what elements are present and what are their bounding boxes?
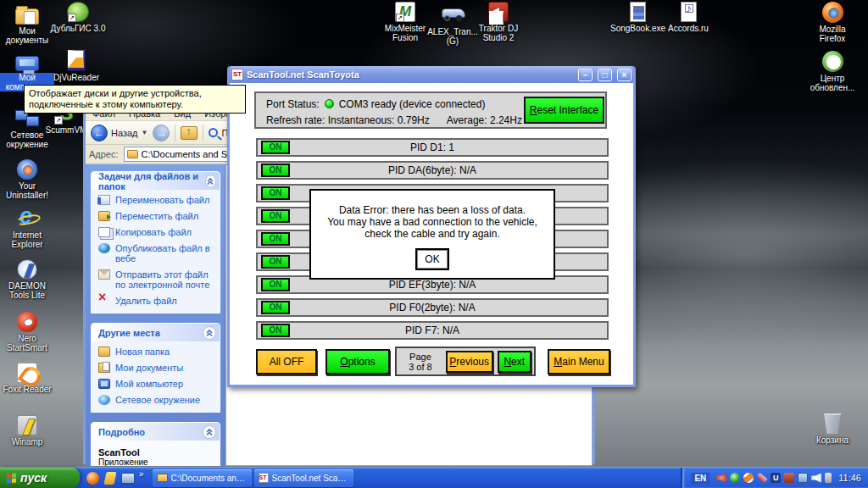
port-status-led — [325, 99, 334, 108]
pid-on-button[interactable]: ON — [261, 232, 290, 246]
place-my-documents[interactable]: Мои документы — [98, 363, 216, 373]
desktop-icon-foxit[interactable]: Foxit Reader — [0, 363, 54, 394]
my-computer-tooltip: Отображает диски и другие устройства, по… — [24, 85, 246, 114]
show-desktop-icon[interactable] — [121, 473, 135, 484]
desktop-icon-nero[interactable]: Nero StartSmart — [0, 312, 54, 352]
chevron-double-up-icon[interactable] — [205, 175, 217, 188]
pid-on-button[interactable]: ON — [261, 278, 290, 291]
windows-flag-icon — [7, 473, 16, 483]
pid-on-button[interactable]: ON — [261, 255, 290, 269]
pid-row: ON PID D1: 1 — [256, 138, 609, 157]
maximize-button[interactable] — [598, 69, 612, 81]
language-indicator[interactable]: EN — [691, 473, 709, 484]
winamp-quicklaunch-icon[interactable] — [103, 472, 116, 485]
desktop-icon-firefox[interactable]: Mozilla Firefox — [805, 2, 860, 43]
task-button-scantool[interactable]: ScanTool.net ScanTo... — [254, 469, 353, 487]
desktop-icon-internet-explorer[interactable]: Internet Explorer — [0, 208, 54, 249]
pid-on-button[interactable]: ON — [261, 164, 290, 177]
desktop-icon-update-center[interactable]: Центр обновлен... — [805, 51, 860, 92]
task-label: Переместить файл — [115, 211, 198, 221]
desktop-icon-label: Мои документы — [0, 26, 54, 45]
desktop-icon-songbook[interactable]: SongBook.exe — [610, 2, 665, 33]
chevron-double-up-icon[interactable] — [203, 425, 216, 439]
back-icon — [91, 125, 108, 141]
start-button[interactable]: пуск — [0, 468, 80, 488]
delete-icon — [98, 296, 110, 306]
pid-label: PID EF(3byte): N/A — [290, 279, 575, 291]
place-network[interactable]: Сетевое окружение — [98, 395, 216, 405]
reset-interface-button[interactable]: Reset Interface — [524, 97, 604, 124]
back-button[interactable]: Назад ▼ — [91, 125, 147, 141]
back-dropdown-icon[interactable]: ▼ — [142, 129, 148, 136]
pid-on-button[interactable]: ON — [261, 141, 290, 154]
task-label: Удалить файл — [115, 296, 177, 306]
tray-utorrent-icon[interactable] — [771, 473, 781, 483]
error-line-3: check the cable and try again. — [311, 228, 554, 240]
scantool-titlebar[interactable]: ScanTool.net ScanToyota — [230, 66, 633, 83]
options-button[interactable]: Options — [326, 349, 390, 374]
forward-button[interactable] — [153, 125, 170, 141]
desktop-icon-dublgis[interactable]: ДубльГИС 3.0 — [47, 2, 108, 33]
desktop-icon-accords[interactable]: Accords.ru — [661, 2, 715, 33]
desktop-icon-your-uninstaller[interactable]: Your Uninstaller! — [0, 159, 54, 200]
pid-on-button[interactable]: ON — [261, 324, 290, 337]
desktop-icon-traktor[interactable]: Traktor DJ Studio 2 — [471, 2, 526, 42]
pid-on-button[interactable]: ON — [261, 301, 290, 314]
close-button[interactable] — [617, 69, 632, 81]
place-new-folder[interactable]: Новая папка — [98, 347, 216, 357]
tray-red-box-icon[interactable] — [784, 473, 794, 483]
songbook-icon — [630, 2, 646, 22]
task-label: Опубликовать файл в вебе — [115, 243, 216, 263]
desktop-icon-label: Winamp — [0, 437, 54, 446]
port-status-label: Port Status: — [266, 98, 320, 110]
desktop-icon-winamp[interactable]: Winamp — [0, 415, 54, 446]
next-button[interactable]: Next — [498, 351, 531, 373]
up-button[interactable] — [181, 126, 198, 140]
task-rename-file[interactable]: Переименовать файл — [98, 195, 216, 205]
ok-button[interactable]: OK — [415, 248, 449, 270]
place-my-computer[interactable]: Мой компьютер — [98, 379, 216, 389]
firefox-quicklaunch-icon[interactable] — [86, 472, 99, 485]
rename-icon — [98, 195, 110, 205]
chevron-double-up-icon[interactable] — [203, 326, 216, 340]
internet-explorer-icon — [15, 208, 39, 229]
pid-on-button[interactable]: ON — [261, 186, 290, 200]
tray-pencil-icon[interactable] — [757, 473, 768, 483]
place-label: Новая папка — [115, 347, 170, 357]
all-off-button[interactable]: All OFF — [256, 349, 317, 374]
desktop-icon-daemon-tools[interactable]: DAEMON Tools Lite — [0, 259, 54, 300]
task-move-file[interactable]: Переместить файл — [98, 211, 216, 221]
desktop-icon-label: Корзина — [805, 435, 860, 445]
desktop-icon-label: DAEMON Tools Lite — [0, 281, 54, 300]
tray-daemon-tools-icon[interactable] — [730, 473, 740, 483]
minimize-button[interactable] — [578, 69, 593, 81]
task-copy-file[interactable]: Копировать файл — [98, 227, 216, 237]
task-button-explorer[interactable]: C:\Documents and Se... — [153, 469, 252, 487]
system-tray: EN 11:46 — [681, 468, 868, 488]
task-email-file[interactable]: Отправить этот файл по электронной почте — [98, 269, 216, 290]
overflow-icon[interactable]: » — [139, 469, 144, 479]
desktop-icon-label: ДубльГИС 3.0 — [47, 24, 108, 33]
tray-display-icon[interactable] — [798, 473, 808, 483]
file-tasks-header[interactable]: Задачи для файлов и папок — [92, 172, 220, 190]
other-places-header[interactable]: Другие места — [92, 324, 220, 341]
details-file-name: ScanTool — [98, 447, 213, 458]
task-button-label: ScanTool.net ScanTo... — [272, 474, 349, 483]
network-places-icon — [98, 395, 110, 405]
tray-download-icon[interactable] — [743, 473, 754, 483]
main-menu-button[interactable]: Main Menu — [548, 349, 610, 374]
task-delete-file[interactable]: Удалить файл — [98, 296, 216, 306]
desktop-icon-recycle-bin[interactable]: Корзина — [805, 413, 860, 445]
desktop-icon-mixmeister[interactable]: MixMeister Fusion — [378, 2, 432, 42]
tray-battery-icon[interactable] — [825, 473, 832, 483]
desktop-icon-my-documents[interactable]: Мои документы — [0, 5, 54, 45]
previous-button[interactable]: Previous — [446, 351, 493, 373]
desktop-icon-djvureader[interactable]: DjVuReader — [46, 49, 107, 82]
pid-on-button[interactable]: ON — [261, 209, 290, 223]
task-publish-file[interactable]: Опубликовать файл в вебе — [98, 243, 216, 263]
details-header[interactable]: Подробно — [92, 423, 220, 441]
tray-volume-red-icon[interactable] — [716, 473, 726, 483]
copy-icon — [98, 227, 110, 237]
tray-volume-icon[interactable] — [811, 473, 821, 483]
foxit-reader-icon — [17, 363, 37, 383]
